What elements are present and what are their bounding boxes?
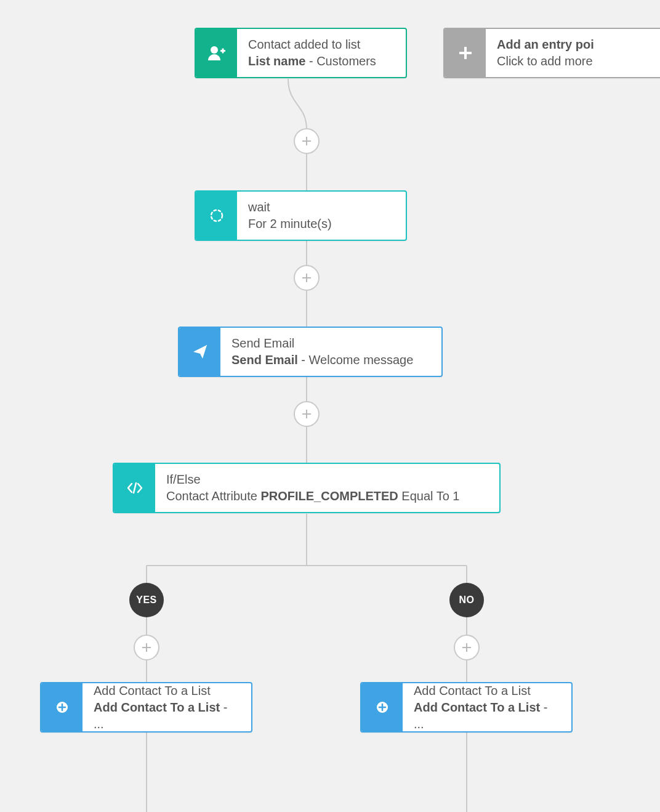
plus-circle-icon <box>361 683 403 731</box>
branch-no: NO <box>449 583 484 617</box>
node-send-email[interactable]: Send Email Send Email - Welcome message <box>178 327 443 377</box>
add-step-button[interactable] <box>294 401 320 427</box>
node-subtitle: For 2 minute(s) <box>248 216 395 232</box>
user-add-icon <box>196 29 237 77</box>
svg-line-13 <box>134 483 136 493</box>
add-step-button[interactable] <box>134 635 159 660</box>
add-step-button[interactable] <box>294 265 320 291</box>
node-add-contact-no[interactable]: Add Contact To a List Add Contact To a L… <box>360 682 573 733</box>
branch-yes: YES <box>129 583 164 617</box>
node-if-else[interactable]: If/Else Contact Attribute PROFILE_COMPLE… <box>113 463 501 513</box>
svg-rect-11 <box>459 52 472 54</box>
add-step-button[interactable] <box>454 635 480 660</box>
node-title: wait <box>248 199 395 216</box>
add-step-button[interactable] <box>294 128 320 154</box>
node-add-entry-point[interactable]: Add an entry poi Click to add more <box>443 28 660 78</box>
node-add-contact-yes[interactable]: Add Contact To a List Add Contact To a L… <box>40 682 252 733</box>
node-title: Contact added to list <box>248 36 395 53</box>
node-title: Send Email <box>231 335 430 352</box>
plus-icon <box>445 29 486 77</box>
svg-rect-9 <box>222 49 223 54</box>
send-icon <box>179 328 220 376</box>
workflow-canvas: Contact added to list List name - Custom… <box>0 0 660 812</box>
code-icon <box>114 464 155 512</box>
node-subtitle: Contact Attribute PROFILE_COMPLETED Equa… <box>166 488 488 505</box>
node-title: Add Contact To a List <box>94 683 240 699</box>
node-subtitle: Click to add more <box>497 53 654 70</box>
plus-circle-icon <box>41 683 82 731</box>
wait-icon <box>196 192 237 240</box>
node-subtitle: Add Contact To a List - ... <box>94 699 240 733</box>
node-title: Add Contact To a List <box>414 683 560 699</box>
node-title: If/Else <box>166 471 488 488</box>
node-subtitle: Send Email - Welcome message <box>231 352 430 368</box>
node-wait[interactable]: wait For 2 minute(s) <box>195 190 407 241</box>
node-subtitle: Add Contact To a List - ... <box>414 699 560 733</box>
svg-point-12 <box>211 210 222 221</box>
node-title: Add an entry poi <box>497 36 654 53</box>
node-subtitle: List name - Customers <box>248 53 395 70</box>
node-contact-added[interactable]: Contact added to list List name - Custom… <box>195 28 407 78</box>
svg-point-7 <box>211 46 218 54</box>
